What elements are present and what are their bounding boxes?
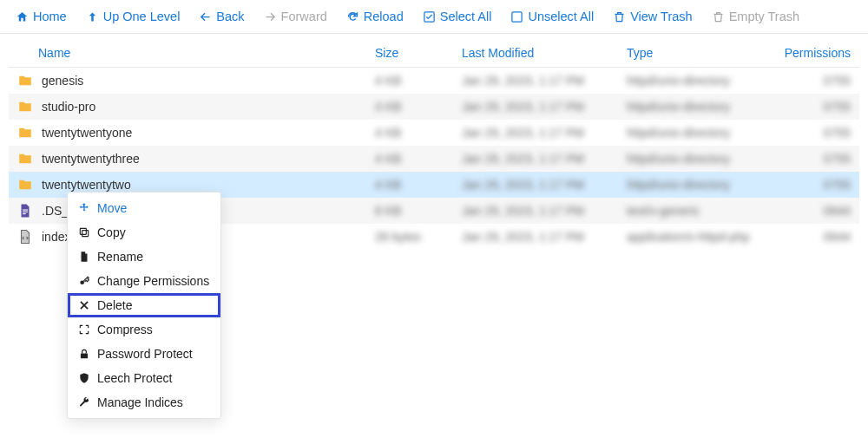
view-trash-button[interactable]: View Trash	[606, 5, 699, 28]
file-type: httpd/unix-directory	[627, 100, 730, 114]
file-modified: Jan 29, 2023, 1:17 PM	[462, 126, 584, 140]
file-size: 8 KB	[375, 204, 401, 218]
back-button[interactable]: Back	[192, 5, 251, 28]
table-row[interactable]: genesis4 KBJan 29, 2023, 1:17 PMhttpd/un…	[9, 68, 859, 94]
ctx-rename[interactable]: Rename	[68, 245, 220, 269]
ctx-manage-indices[interactable]: Manage Indices	[68, 390, 220, 415]
close-icon	[78, 299, 90, 311]
up-one-level-button[interactable]: Up One Level	[79, 5, 187, 28]
select-all-label: Select All	[440, 10, 492, 23]
col-type[interactable]: Type	[618, 39, 770, 68]
file-size: 4 KB	[375, 152, 401, 166]
svg-rect-6	[80, 228, 86, 234]
file-perms: 0755	[824, 100, 851, 114]
ctx-change-permissions[interactable]: Change Permissions	[68, 269, 220, 293]
svg-rect-2	[23, 209, 28, 210]
ctx-leech-protect-label: Leech Protect	[97, 371, 172, 385]
file-size: 28 bytes	[375, 230, 421, 244]
file-modified: Jan 29, 2023, 1:17 PM	[462, 178, 584, 192]
ctx-compress[interactable]: Compress	[68, 317, 220, 342]
forward-label: Forward	[281, 10, 327, 23]
file-type: application/x-httpd-php	[627, 230, 750, 244]
ctx-delete[interactable]: Delete	[68, 293, 220, 317]
forward-arrow-icon	[264, 10, 277, 23]
ctx-compress-label: Compress	[97, 323, 153, 336]
file-name: twentytwentytwo	[42, 178, 131, 192]
file-perms: 0755	[824, 178, 851, 192]
svg-rect-3	[23, 211, 28, 212]
folder-icon	[17, 177, 33, 193]
home-button[interactable]: Home	[9, 5, 74, 28]
file-type: httpd/unix-directory	[627, 152, 730, 166]
file-icon	[17, 229, 33, 245]
empty-trash-button: Empty Trash	[705, 5, 806, 28]
wrench-icon	[78, 396, 90, 408]
key-icon	[78, 275, 90, 287]
svg-rect-1	[512, 11, 522, 21]
up-label: Up One Level	[103, 10, 181, 23]
svg-rect-4	[23, 213, 26, 214]
ctx-leech-protect[interactable]: Leech Protect	[68, 366, 220, 390]
file-perms: 0755	[824, 74, 851, 88]
forward-button: Forward	[257, 5, 334, 28]
col-modified[interactable]: Last Modified	[453, 39, 618, 68]
file-type: httpd/unix-directory	[627, 126, 730, 140]
ctx-delete-label: Delete	[97, 298, 132, 312]
file-size: 4 KB	[375, 100, 401, 114]
file-type: httpd/unix-directory	[627, 74, 730, 88]
ctx-change-permissions-label: Change Permissions	[97, 274, 209, 288]
unselect-all-button[interactable]: Unselect All	[503, 5, 601, 28]
file-name: studio-pro	[42, 100, 95, 114]
col-name[interactable]: Name	[9, 39, 366, 68]
table-row[interactable]: twentytwentythree4 KBJan 29, 2023, 1:17 …	[9, 146, 859, 172]
up-arrow-icon	[86, 10, 99, 23]
ctx-move-label: Move	[97, 201, 127, 215]
file-icon	[17, 203, 33, 219]
home-label: Home	[33, 10, 67, 23]
file-modified: Jan 29, 2023, 1:17 PM	[462, 152, 584, 166]
file-icon	[78, 251, 90, 263]
ctx-manage-indices-label: Manage Indices	[97, 395, 183, 409]
table-row[interactable]: twentytwentyone4 KBJan 29, 2023, 1:17 PM…	[9, 120, 859, 146]
ctx-password-protect-label: Password Protect	[97, 347, 193, 361]
context-menu: Move Copy Rename Change Permissions Dele…	[67, 192, 221, 419]
file-name: genesis	[42, 74, 83, 88]
svg-rect-8	[81, 353, 88, 358]
ctx-rename-label: Rename	[97, 250, 143, 264]
file-perms: 0755	[824, 152, 851, 166]
trash-icon	[613, 10, 626, 23]
reload-button[interactable]: Reload	[339, 5, 411, 28]
folder-icon	[17, 125, 33, 140]
table-header-row: Name Size Last Modified Type Permissions	[9, 39, 859, 68]
empty-square-icon	[510, 10, 523, 23]
reload-label: Reload	[364, 10, 404, 23]
file-perms: 0644	[824, 230, 851, 244]
home-icon	[16, 10, 29, 23]
ctx-copy[interactable]: Copy	[68, 220, 220, 245]
file-modified: Jan 29, 2023, 1:17 PM	[462, 204, 584, 218]
col-size[interactable]: Size	[366, 39, 453, 68]
file-modified: Jan 29, 2023, 1:17 PM	[462, 230, 584, 244]
file-size: 4 KB	[375, 74, 401, 88]
shield-icon	[78, 372, 90, 384]
compress-icon	[78, 323, 90, 336]
svg-point-7	[80, 280, 84, 284]
toolbar: Home Up One Level Back Forward Reload Se…	[0, 0, 868, 34]
lock-icon	[78, 348, 90, 360]
ctx-password-protect[interactable]: Password Protect	[68, 342, 220, 366]
table-row[interactable]: studio-pro4 KBJan 29, 2023, 1:17 PMhttpd…	[9, 94, 859, 120]
folder-icon	[17, 151, 33, 166]
ctx-move[interactable]: Move	[68, 196, 220, 220]
file-type: text/x-generic	[627, 204, 700, 218]
col-perms[interactable]: Permissions	[770, 39, 859, 68]
file-modified: Jan 29, 2023, 1:17 PM	[462, 74, 584, 88]
file-type: httpd/unix-directory	[627, 178, 730, 192]
ctx-copy-label: Copy	[97, 225, 126, 239]
check-square-icon	[423, 10, 436, 23]
file-name: twentytwentythree	[42, 152, 140, 166]
reload-icon	[346, 10, 359, 23]
move-icon	[78, 202, 90, 214]
select-all-button[interactable]: Select All	[416, 5, 499, 28]
file-perms: 0644	[824, 204, 851, 218]
back-label: Back	[216, 10, 244, 23]
